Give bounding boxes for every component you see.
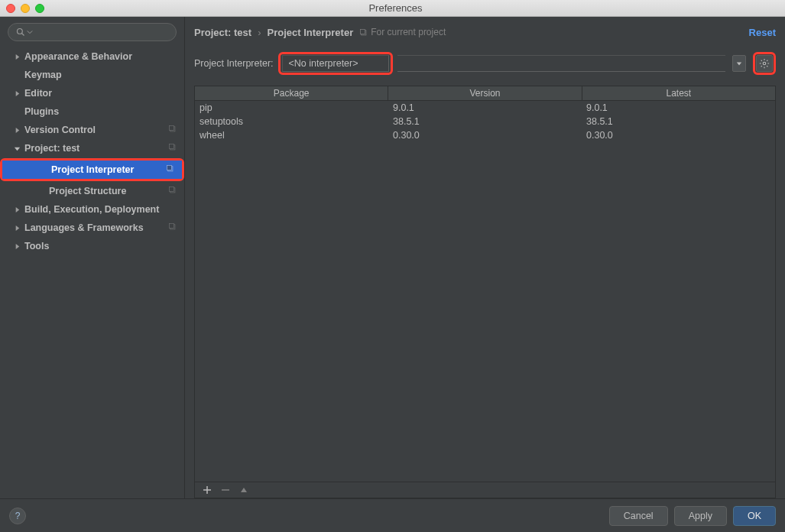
breadcrumb: Project: test › Project Interpreter For … [194,23,776,41]
gear-icon [759,58,770,69]
svg-rect-11 [169,223,174,228]
sidebar-item-highlight: Project Interpreter [0,158,184,181]
cell-latest: 9.0.1 [582,101,775,115]
package-table-body: pip9.0.19.0.1setuptools38.5.138.5.1wheel… [194,101,776,482]
sidebar-item-label: Tools [24,241,49,251]
gear-button[interactable] [756,55,773,72]
sidebar-item-appearance-behavior[interactable]: Appearance & Behavior [0,47,184,66]
sidebar-item-label: Appearance & Behavior [24,51,132,62]
window-controls [6,4,44,13]
breadcrumb-project: Project: test [194,27,251,38]
sidebar-item-languages-frameworks[interactable]: Languages & Frameworks [0,219,184,237]
apply-button[interactable]: Apply [674,506,727,526]
cell-package: pip [195,101,388,115]
cell-version: 38.5.1 [388,115,582,128]
sidebar-item-version-control[interactable]: Version Control [0,121,184,139]
sidebar-item-editor[interactable]: Editor [0,84,184,102]
cell-version: 0.30.0 [388,128,582,142]
interpreter-dropdown-highlight: <No interpreter> [278,52,393,75]
titlebar: Preferences [0,0,785,17]
cell-latest: 38.5.1 [582,115,775,128]
svg-line-1 [22,34,24,36]
sidebar-item-label: Keymap [24,70,62,80]
sidebar-item-plugins[interactable]: Plugins [0,102,184,121]
project-badge-icon [168,125,177,135]
package-table: Package Version Latest pip9.0.19.0.1setu… [194,86,776,498]
close-icon[interactable] [6,4,15,13]
svg-point-0 [18,29,23,34]
arrow-right-icon [14,206,21,213]
package-toolbar [194,482,776,498]
chevron-down-icon [27,29,33,35]
interpreter-dropdown-ext[interactable] [397,55,725,72]
project-badge-icon [166,164,174,175]
preferences-window: Preferences Appearance & BehaviorKeymapE… [0,0,785,532]
cell-package: wheel [195,128,388,142]
svg-rect-13 [361,29,365,34]
main-panel: Project: test › Project Interpreter For … [185,17,785,498]
sidebar: Appearance & BehaviorKeymapEditorPlugins… [0,17,185,498]
search-icon [16,28,25,37]
reset-link[interactable]: Reset [749,27,776,38]
table-row[interactable]: setuptools38.5.138.5.1 [195,115,775,128]
breadcrumb-page: Project Interpreter [267,27,353,38]
sidebar-item-project-interpreter[interactable]: Project Interpreter [2,161,182,179]
plus-icon [203,485,212,495]
window-title: Preferences [6,2,785,14]
col-latest[interactable]: Latest [582,86,775,100]
sidebar-item-project-test[interactable]: Project: test [0,139,184,157]
sidebar-item-label: Project Structure [49,186,126,196]
breadcrumb-separator: › [258,27,261,38]
dialog-footer: ? Cancel Apply OK [0,498,785,532]
body: Appearance & BehaviorKeymapEditorPlugins… [0,17,785,498]
upgrade-package-button[interactable] [239,485,248,495]
sidebar-item-keymap[interactable]: Keymap [0,66,184,84]
maximize-icon[interactable] [35,4,44,13]
arrow-right-icon [14,225,21,232]
arrow-right-icon [14,243,21,250]
ok-button[interactable]: OK [733,506,776,526]
project-badge-icon [168,222,177,233]
sidebar-item-project-structure[interactable]: Project Structure [0,182,184,200]
cell-package: setuptools [195,115,388,128]
settings-tree: Appearance & BehaviorKeymapEditorPlugins… [0,46,184,498]
breadcrumb-hint: For current project [359,27,446,37]
minimize-icon[interactable] [21,4,30,13]
interpreter-dropdown-arrow[interactable] [732,55,746,72]
sidebar-item-label: Languages & Frameworks [24,222,144,233]
sidebar-item-label: Plugins [24,106,59,117]
svg-rect-3 [169,125,174,130]
cell-latest: 0.30.0 [582,128,775,142]
triangle-down-icon [736,60,742,66]
arrow-right-icon [14,127,21,134]
sidebar-item-build-execution-deployment[interactable]: Build, Execution, Deployment [0,200,184,219]
svg-rect-5 [169,144,174,148]
project-badge-icon [168,143,177,154]
search-input[interactable] [8,23,177,41]
table-row[interactable]: wheel0.30.00.30.0 [195,128,775,142]
table-row[interactable]: pip9.0.19.0.1 [195,101,775,115]
cancel-button[interactable]: Cancel [609,506,668,526]
interpreter-dropdown[interactable]: <No interpreter> [282,55,389,72]
sidebar-item-label: Editor [24,88,52,99]
help-icon: ? [15,511,21,521]
help-button[interactable]: ? [9,508,26,524]
svg-point-14 [763,62,766,65]
sidebar-item-tools[interactable]: Tools [0,237,184,255]
sidebar-item-label: Project Interpreter [51,164,134,175]
interpreter-label: Project Interpreter: [194,58,274,69]
triangle-up-icon [239,485,248,495]
remove-package-button[interactable] [221,485,230,495]
cell-version: 9.0.1 [388,101,582,115]
package-table-header: Package Version Latest [194,86,776,101]
arrow-right-icon [14,54,21,60]
svg-rect-7 [167,165,171,170]
gear-highlight [753,52,776,75]
col-package[interactable]: Package [195,86,388,100]
interpreter-row: Project Interpreter: <No interpreter> [194,52,776,75]
add-package-button[interactable] [203,485,212,495]
col-version[interactable]: Version [388,86,582,100]
sidebar-item-label: Project: test [24,143,79,154]
sidebar-item-label: Build, Execution, Deployment [24,204,159,215]
arrow-right-icon [14,90,21,97]
